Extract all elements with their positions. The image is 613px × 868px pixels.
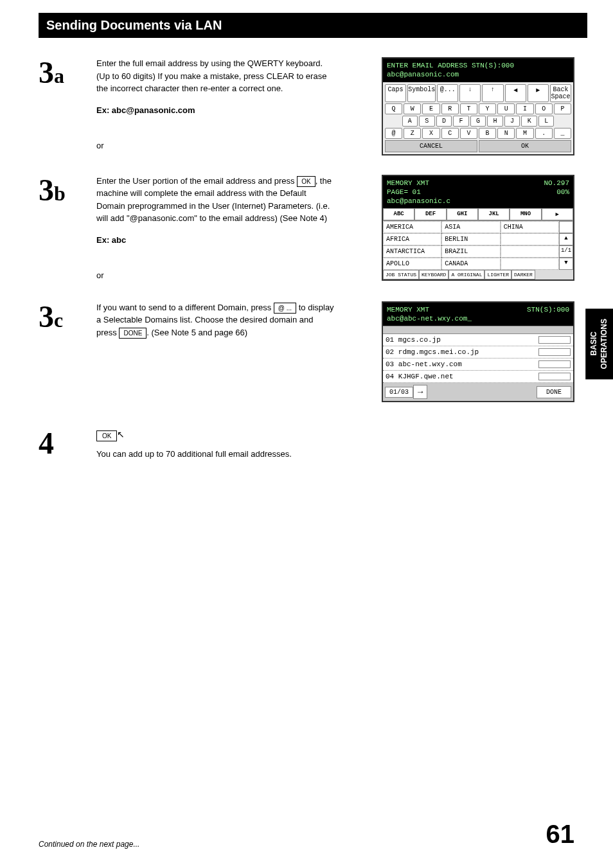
- caps-key[interactable]: Caps: [385, 84, 406, 102]
- display-3c: MEMORY XMTSTN(S):000 abc@abc-net.wxy.com…: [382, 301, 574, 403]
- list-item[interactable]: AFRICA: [383, 233, 441, 245]
- lighter-button[interactable]: LIGHTER: [484, 270, 511, 279]
- up-arrow-key[interactable]: ↑: [482, 84, 503, 102]
- key-q[interactable]: Q: [385, 103, 402, 114]
- next-page-icon[interactable]: →: [413, 385, 427, 399]
- domain-item-2[interactable]: 02 rdmg.mgcs.mei.co.jp: [383, 346, 573, 359]
- page-indicator: 1/1: [559, 245, 573, 258]
- list-item[interactable]: [501, 258, 559, 270]
- pager-indicator: 01/03: [385, 387, 413, 398]
- key-at[interactable]: @: [385, 128, 402, 139]
- key-d[interactable]: D: [436, 116, 452, 127]
- def-tab[interactable]: DEF: [414, 208, 446, 220]
- ok-button-kb[interactable]: OK: [479, 140, 571, 152]
- step-3b: 3b Enter the User portion of the email a…: [39, 175, 574, 282]
- key-x[interactable]: X: [422, 128, 440, 139]
- key-o[interactable]: O: [535, 103, 553, 114]
- backspace-key[interactable]: Back Space: [550, 84, 571, 102]
- key-s[interactable]: S: [419, 116, 435, 127]
- key-n[interactable]: N: [497, 128, 515, 139]
- job-status-bar: JOB STATUS KEYBOARD A ORIGINAL LIGHTER D…: [383, 270, 573, 279]
- key-underscore[interactable]: _: [554, 128, 571, 139]
- job-status-button[interactable]: JOB STATUS: [383, 270, 419, 279]
- key-z[interactable]: Z: [404, 128, 421, 139]
- cancel-button[interactable]: CANCEL: [385, 140, 477, 152]
- key-j[interactable]: J: [504, 116, 520, 127]
- display-3a-header: ENTER EMAIL ADDRESS STN(S):000 abc@panas…: [383, 58, 573, 82]
- key-k[interactable]: K: [521, 116, 537, 127]
- original-button[interactable]: A ORIGINAL: [449, 270, 484, 279]
- key-v[interactable]: V: [460, 128, 477, 139]
- list-item[interactable]: APOLLO: [383, 258, 441, 270]
- step-3b-body-pre: Enter the User portion of the email addr…: [96, 176, 297, 186]
- key-p[interactable]: P: [554, 103, 571, 114]
- domain-item-1[interactable]: 01 mgcs.co.jp: [383, 334, 573, 346]
- darker-button[interactable]: DARKER: [511, 270, 535, 279]
- list-item[interactable]: BERLIN: [441, 233, 500, 245]
- key-g[interactable]: G: [470, 116, 486, 127]
- display-3b-header: MEMORY XMTNO.297 PAGE= 0100% abc@panason…: [383, 176, 573, 209]
- domain-item-3[interactable]: 03 abc-net.wxy.com: [383, 359, 573, 371]
- step-number-3a: 3a: [39, 57, 96, 88]
- scroll-up-icon[interactable]: ▲: [559, 233, 573, 245]
- main-content: 3a Enter the full email address by using…: [0, 57, 613, 461]
- key-r[interactable]: R: [441, 103, 459, 114]
- key-l[interactable]: L: [538, 116, 555, 127]
- step-3c-body-pre: If you want to send to a different Domai…: [96, 303, 274, 312]
- pager: 01/03 → DONE: [383, 383, 573, 401]
- key-m[interactable]: M: [516, 128, 533, 139]
- key-a[interactable]: A: [402, 116, 418, 127]
- right-arrow-key[interactable]: ▶: [528, 84, 549, 102]
- jkl-tab[interactable]: JKL: [478, 208, 510, 220]
- key-y[interactable]: Y: [479, 103, 496, 114]
- domain-item-4[interactable]: 04 KJHGF.qwe.net: [383, 371, 573, 383]
- ok-inline-button: OK: [297, 176, 315, 187]
- list-item[interactable]: [501, 245, 559, 258]
- mno-tab[interactable]: MNO: [510, 208, 541, 220]
- domain-select-icon[interactable]: [538, 348, 571, 356]
- key-u[interactable]: U: [497, 103, 515, 114]
- step-3a-or: or: [96, 139, 334, 152]
- step-3a-body: Enter the full email address by using th…: [96, 57, 334, 95]
- domain-select-icon[interactable]: [538, 360, 571, 368]
- down-arrow-key[interactable]: ↓: [459, 84, 481, 102]
- key-b[interactable]: B: [479, 128, 496, 139]
- key-dot[interactable]: .: [535, 128, 553, 139]
- at-inline-button: @ ...: [274, 303, 296, 314]
- domain-select-icon[interactable]: [538, 373, 571, 380]
- list-item[interactable]: CHINA: [501, 221, 559, 233]
- domain-list: 01 mgcs.co.jp 02 rdmg.mgcs.mei.co.jp 03 …: [383, 326, 573, 401]
- page-number: 61: [546, 820, 575, 849]
- list-item[interactable]: AMERICA: [383, 221, 441, 233]
- list-item[interactable]: CANADA: [441, 258, 500, 270]
- step-3a-text: Enter the full email address by using th…: [96, 57, 334, 152]
- key-c[interactable]: C: [441, 128, 459, 139]
- key-f[interactable]: F: [453, 116, 469, 127]
- list-item[interactable]: ANTARCTICA: [383, 245, 441, 258]
- step-number-3b: 3b: [39, 175, 96, 206]
- key-w[interactable]: W: [404, 103, 421, 114]
- list-item[interactable]: [501, 233, 559, 245]
- abc-tab[interactable]: ABC: [383, 208, 414, 220]
- domain-select-icon[interactable]: [538, 336, 571, 344]
- step-4-text: OK ↖ You can add up to 70 additional ful…: [96, 428, 292, 461]
- list-item[interactable]: ASIA: [441, 221, 500, 233]
- ghi-tab[interactable]: GHI: [447, 208, 478, 220]
- step-number-4: 4: [39, 428, 96, 459]
- step-3b-example: Ex: abc: [96, 234, 334, 247]
- display-3a: ENTER EMAIL ADDRESS STN(S):000 abc@panas…: [382, 57, 574, 155]
- key-h[interactable]: H: [487, 116, 503, 127]
- list-item[interactable]: BRAZIL: [441, 245, 500, 258]
- scroll-down-icon[interactable]: ▼: [559, 258, 573, 270]
- done-button[interactable]: DONE: [537, 386, 571, 398]
- next-tab[interactable]: ▶: [542, 208, 573, 220]
- left-arrow-key[interactable]: ◀: [505, 84, 526, 102]
- keyboard-button[interactable]: KEYBOARD: [419, 270, 449, 279]
- display-3c-header: MEMORY XMTSTN(S):000 abc@abc-net.wxy.com…: [383, 303, 573, 326]
- at-key[interactable]: @...: [437, 84, 458, 102]
- abc-tabs: ABC DEF GHI JKL MNO ▶: [383, 208, 573, 221]
- key-i[interactable]: I: [516, 103, 533, 114]
- key-t[interactable]: T: [460, 103, 477, 114]
- symbols-key[interactable]: Symbols: [407, 84, 436, 102]
- key-e[interactable]: E: [422, 103, 440, 114]
